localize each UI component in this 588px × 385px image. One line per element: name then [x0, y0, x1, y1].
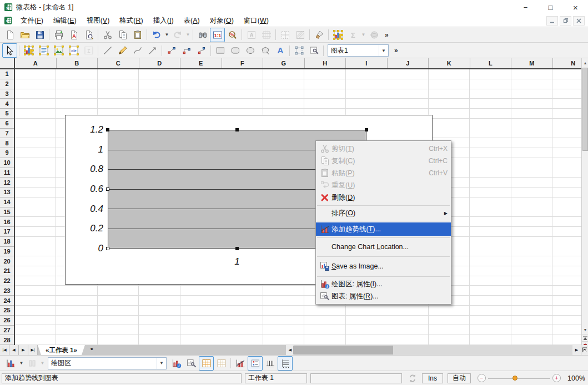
fontwork-button[interactable]: A [273, 43, 288, 58]
row-header-8[interactable]: 8 [0, 138, 14, 148]
menu-item-4[interactable]: 格式(R) [114, 15, 148, 27]
row-header-6[interactable]: 6 [0, 119, 14, 129]
menu-item-5[interactable]: 插入(I) [148, 15, 179, 27]
scroll-down-button[interactable]: ▼ [582, 325, 588, 334]
scroll-to-cursor-button[interactable] [581, 345, 588, 355]
row-header-20[interactable]: 20 [0, 256, 14, 266]
menu-item-8[interactable]: 窗口(W) [239, 15, 274, 27]
close-button[interactable]: × [563, 0, 588, 14]
line-button[interactable] [100, 43, 115, 58]
context-menu-item[interactable]: i绘图区: 属性(I)... [316, 278, 451, 290]
zoom-slider-handle[interactable] [512, 376, 517, 381]
copy-button[interactable] [115, 28, 130, 42]
column-header-I[interactable]: I [346, 58, 388, 68]
column-header-D[interactable]: D [139, 58, 181, 68]
row-header-28[interactable]: 28 [0, 335, 14, 345]
row-header-18[interactable]: 18 [0, 237, 14, 247]
sheet-tab-1[interactable]: «工作表 1» [38, 345, 85, 355]
row-header-17[interactable]: 17 [0, 227, 14, 237]
print-preview-button[interactable] [81, 28, 96, 42]
show-axes-button[interactable] [278, 356, 293, 371]
column-header-B[interactable]: B [57, 58, 98, 68]
menu-item-1[interactable]: 文件(F) [16, 15, 48, 27]
chart-type-button[interactable] [3, 356, 18, 371]
select-all-corner[interactable] [0, 58, 15, 69]
chart-properties-button[interactable] [184, 356, 199, 371]
context-menu-item[interactable]: 排序(O)▶ [316, 207, 451, 219]
undo-button[interactable] [149, 28, 164, 42]
row-header-15[interactable]: 15 [0, 207, 14, 217]
row-header-11[interactable]: 11 [0, 168, 14, 178]
connector-curve-button[interactable] [194, 43, 209, 58]
resize-object-button[interactable] [292, 43, 306, 58]
scroll-up-button[interactable]: ▲ [582, 58, 588, 67]
row-header-22[interactable]: 22 [0, 276, 14, 286]
save-button[interactable] [32, 28, 47, 42]
zoom-percent-button[interactable]: % [225, 28, 240, 42]
menu-item-6[interactable]: 表(A) [179, 15, 205, 27]
new-document-button[interactable] [2, 28, 17, 42]
context-menu-item[interactable]: 添加趋势线(T)... [316, 222, 451, 236]
column-header-G[interactable]: G [263, 58, 305, 68]
doc-restore-button[interactable] [560, 16, 571, 26]
column-header-A[interactable]: A [15, 58, 57, 68]
doc-minimize-button[interactable] [546, 16, 558, 26]
polygon-button[interactable] [258, 43, 273, 58]
row-header-19[interactable]: 19 [0, 247, 14, 257]
rectangle-button[interactable] [213, 43, 228, 58]
plot-area-properties-button[interactable]: i [169, 356, 184, 371]
insert-trendline-button[interactable] [233, 356, 248, 371]
chevron-down-icon[interactable]: ▼ [157, 358, 166, 369]
vertical-scroll-thumb[interactable] [582, 68, 588, 151]
object-selector[interactable]: 图表1▼ [328, 44, 389, 57]
zoom-level[interactable]: 100% [567, 374, 585, 382]
paintbrush-button[interactable] [311, 28, 326, 42]
horizontal-scroll-thumb[interactable] [293, 346, 393, 354]
paste-button[interactable] [130, 28, 145, 42]
show-axes-description-button[interactable] [263, 356, 278, 371]
calc-mode-indicator[interactable]: 自动 [448, 373, 471, 383]
row-header-24[interactable]: 24 [0, 296, 14, 306]
row-header-9[interactable]: 9 [0, 148, 14, 158]
column-header-L[interactable]: L [470, 58, 512, 68]
menu-item-3[interactable]: 视图(V) [82, 15, 115, 27]
row-header-3[interactable]: 3 [0, 89, 14, 99]
select-arrow-button[interactable] [2, 43, 17, 58]
insert-mode-indicator[interactable]: Ins [422, 373, 443, 383]
sheet-tab-2[interactable]: * [85, 345, 98, 355]
show-legend-button[interactable] [248, 356, 263, 371]
column-header-E[interactable]: E [180, 58, 222, 68]
chart-element-selector[interactable]: 绘图区▼ [48, 357, 167, 369]
print-button[interactable] [51, 28, 66, 42]
column-header-J[interactable]: J [388, 58, 429, 68]
column-header-F[interactable]: F [222, 58, 264, 68]
column-header-H[interactable]: H [305, 58, 346, 68]
menu-item-2[interactable]: 编辑(E) [48, 15, 82, 27]
chart-object-button[interactable] [330, 28, 345, 42]
menu-item-7[interactable]: 对象(O) [205, 15, 239, 27]
row-header-12[interactable]: 12 [0, 178, 14, 188]
find-button[interactable] [195, 28, 210, 42]
row-header-2[interactable]: 2 [0, 79, 14, 89]
context-menu-item[interactable]: 删除(D) [316, 191, 451, 204]
toolbar-overflow-button[interactable]: » [391, 47, 401, 54]
jump-previous-button[interactable] [582, 334, 588, 342]
zoom-out-button[interactable]: − [478, 374, 486, 382]
chart-frame-button[interactable] [21, 43, 36, 58]
row-header-7[interactable]: 7 [0, 129, 14, 139]
context-menu-item[interactable]: 图表: 属性(R)... [316, 290, 451, 302]
row-header-25[interactable]: 25 [0, 306, 14, 316]
chevron-down-icon[interactable]: ▼ [379, 45, 388, 56]
selection-handle[interactable] [235, 247, 239, 250]
export-pdf-button[interactable]: A [66, 28, 81, 42]
context-menu-item[interactable]: Change Chart Location... [316, 239, 451, 255]
context-menu-item[interactable]: Save as Image... [316, 258, 451, 275]
show-horizontal-grid-button[interactable] [199, 356, 214, 371]
row-header-13[interactable]: 13 [0, 188, 14, 197]
connector-elbow-button[interactable] [179, 43, 194, 58]
next-sheet-button[interactable]: ▶ [19, 345, 28, 355]
text-frame-button[interactable] [36, 43, 51, 58]
ellipse-button[interactable] [243, 43, 258, 58]
first-sheet-button[interactable]: |◀ [0, 345, 9, 355]
row-header-1[interactable]: 1 [0, 69, 14, 79]
